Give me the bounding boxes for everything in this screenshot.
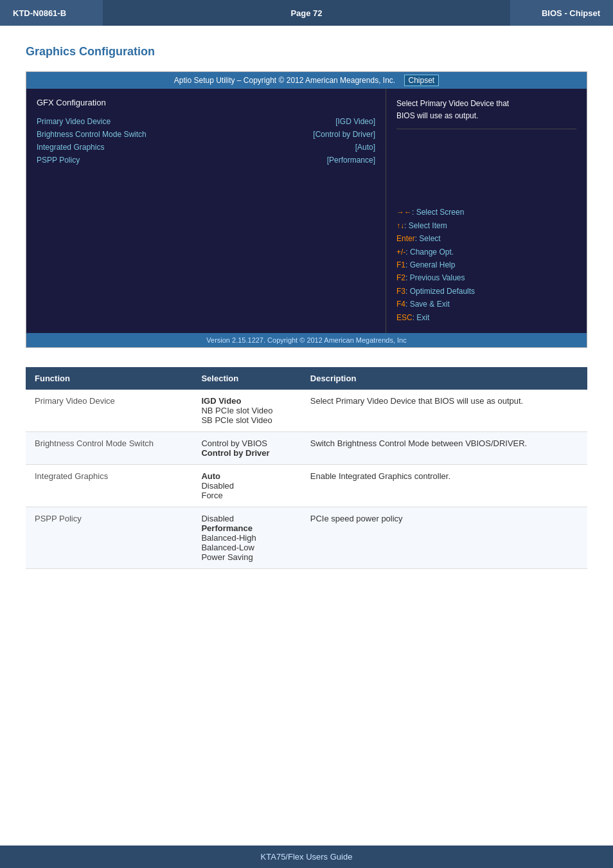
header-page: Page 72	[103, 8, 510, 18]
selection-item: SB PCIe slot Video	[201, 415, 292, 425]
page-header: KTD-N0861-B Page 72 BIOS - Chipset	[0, 0, 613, 26]
col-selection: Selection	[192, 367, 301, 390]
cell-function: Brightness Control Mode Switch	[26, 432, 192, 465]
bios-left-title: GFX Configuration	[37, 98, 375, 107]
bios-header-text: Aptio Setup Utility – Copyright © 2012 A…	[174, 76, 395, 85]
bios-item: Primary Video Device[IGD Video]	[37, 115, 375, 128]
key-label: F3	[396, 287, 405, 296]
key-label: ↑↓	[396, 221, 404, 230]
cell-description: Enable Integrated Graphics controller.	[301, 465, 587, 507]
bios-item-value: [Performance]	[327, 156, 375, 165]
selection-item: Force	[201, 491, 292, 500]
header-model: KTD-N0861-B	[0, 0, 103, 26]
footer-text: KTA75/Flex Users Guide	[261, 852, 353, 862]
bios-item: Integrated Graphics[Auto]	[37, 141, 375, 154]
table-row: Integrated GraphicsAutoDisabledForceEnab…	[26, 465, 587, 507]
bios-help-line1: Select Primary Video Device that	[396, 99, 509, 108]
key-desc: : Select Item	[404, 221, 447, 230]
bios-key-row: +/-: Change Opt.	[396, 246, 576, 258]
key-desc: : Exit	[413, 313, 430, 322]
cell-description: Switch Brightness Control Mode between V…	[301, 432, 587, 465]
bios-screenshot: Aptio Setup Utility – Copyright © 2012 A…	[26, 71, 587, 348]
bios-footer: Version 2.15.1227. Copyright © 2012 Amer…	[26, 333, 587, 347]
key-desc: : General Help	[405, 260, 455, 269]
table-row: Primary Video DeviceIGD VideoNB PCIe slo…	[26, 390, 587, 432]
page-footer: KTA75/Flex Users Guide	[0, 845, 613, 868]
key-label: Enter	[396, 234, 415, 243]
key-label: F4	[396, 300, 405, 309]
selection-item: Balanced-Low	[201, 543, 292, 552]
bios-left-panel: GFX Configuration Primary Video Device[I…	[26, 89, 386, 333]
bios-help-description: Select Primary Video Device that BIOS wi…	[396, 98, 576, 129]
page-content: Graphics Configuration Aptio Setup Utili…	[0, 26, 613, 608]
selection-item: Disabled	[201, 481, 292, 491]
bios-key-row: →←: Select Screen	[396, 206, 576, 219]
cell-function: PSPP Policy	[26, 507, 192, 569]
selection-item: Power Saving	[201, 552, 292, 562]
cell-selection: DisabledPerformanceBalanced-HighBalanced…	[192, 507, 301, 569]
bios-help-keys: →←: Select Screen↑↓: Select ItemEnter: S…	[396, 206, 576, 324]
key-label: →←	[396, 208, 412, 217]
selection-item: Auto	[201, 471, 292, 481]
bios-item-label: Primary Video Device	[37, 117, 111, 126]
bios-item-label: PSPP Policy	[37, 156, 80, 165]
selection-item: IGD Video	[201, 396, 292, 406]
bios-right-panel: Select Primary Video Device that BIOS wi…	[386, 89, 587, 333]
key-desc: : Select	[415, 234, 441, 243]
selection-item: Control by Driver	[201, 448, 292, 458]
key-desc: : Select Screen	[412, 208, 464, 217]
bios-item-value: [IGD Video]	[335, 117, 375, 126]
table-row: PSPP PolicyDisabledPerformanceBalanced-H…	[26, 507, 587, 569]
bios-item-label: Brightness Control Mode Switch	[37, 130, 147, 139]
col-function: Function	[26, 367, 192, 390]
key-desc: : Optimized Defaults	[405, 287, 475, 296]
cell-selection: AutoDisabledForce	[192, 465, 301, 507]
cell-selection: IGD VideoNB PCIe slot VideoSB PCIe slot …	[192, 390, 301, 432]
key-label: F1	[396, 260, 405, 269]
bios-items-list: Primary Video Device[IGD Video]Brightnes…	[37, 115, 375, 167]
bios-key-row: F3: Optimized Defaults	[396, 285, 576, 298]
selection-item: NB PCIe slot Video	[201, 406, 292, 415]
selection-item: Performance	[201, 523, 292, 533]
selection-item: Disabled	[201, 514, 292, 523]
cell-description: PCIe speed power policy	[301, 507, 587, 569]
bios-key-row: Enter: Select	[396, 232, 576, 245]
table-row: Brightness Control Mode SwitchControl by…	[26, 432, 587, 465]
cell-selection: Control by VBIOSControl by Driver	[192, 432, 301, 465]
section-title: Graphics Configuration	[26, 45, 587, 59]
bios-submenu-label: Chipset	[404, 75, 440, 86]
cell-description: Select Primary Video Device that BIOS wi…	[301, 390, 587, 432]
bios-item-value: [Auto]	[355, 143, 375, 152]
bios-key-row: F1: General Help	[396, 258, 576, 271]
bios-item: PSPP Policy[Performance]	[37, 154, 375, 167]
bios-key-row: ↑↓: Select Item	[396, 219, 576, 232]
key-desc: : Save & Exit	[405, 300, 450, 309]
header-section: BIOS - Chipset	[510, 0, 613, 26]
key-label: F2	[396, 273, 405, 282]
bios-key-row: ESC: Exit	[396, 311, 576, 324]
bios-key-row: F2: Previous Values	[396, 271, 576, 284]
selection-item: Control by VBIOS	[201, 439, 292, 448]
key-desc: : Change Opt.	[405, 248, 454, 257]
bios-item: Brightness Control Mode Switch[Control b…	[37, 128, 375, 141]
cell-function: Integrated Graphics	[26, 465, 192, 507]
key-desc: : Previous Values	[405, 273, 465, 282]
bios-key-row: F4: Save & Exit	[396, 298, 576, 311]
bios-item-value: [Control by Driver]	[313, 130, 375, 139]
table-body: Primary Video DeviceIGD VideoNB PCIe slo…	[26, 390, 587, 569]
table-header: Function Selection Description	[26, 367, 587, 390]
key-label: +/-	[396, 248, 405, 257]
bios-body: GFX Configuration Primary Video Device[I…	[26, 89, 587, 333]
bios-header-bar: Aptio Setup Utility – Copyright © 2012 A…	[26, 72, 587, 89]
bios-item-label: Integrated Graphics	[37, 143, 104, 152]
bios-help-line2: BIOS will use as output.	[396, 111, 478, 120]
col-description: Description	[301, 367, 587, 390]
cell-function: Primary Video Device	[26, 390, 192, 432]
key-label: ESC	[396, 313, 413, 322]
config-table: Function Selection Description Primary V…	[26, 367, 587, 569]
selection-item: Balanced-High	[201, 533, 292, 543]
